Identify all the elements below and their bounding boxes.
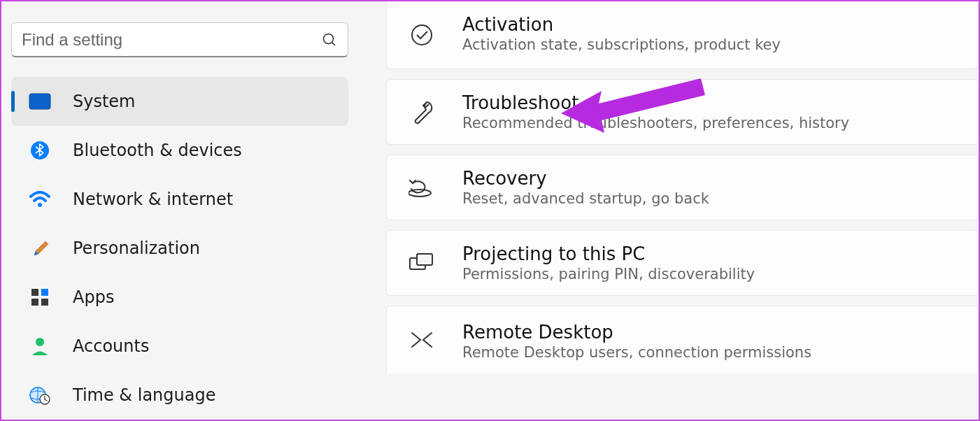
- recovery-icon: [406, 176, 437, 199]
- svg-rect-7: [41, 289, 48, 296]
- svg-rect-6: [31, 289, 38, 296]
- sidebar-item-bluetooth[interactable]: Bluetooth & devices: [11, 126, 348, 175]
- card-subtitle: Reset, advanced startup, go back: [462, 190, 709, 207]
- settings-sidebar: System Bluetooth & devices Network & int…: [1, 1, 358, 420]
- svg-line-1: [332, 42, 336, 45]
- sidebar-item-label: Accounts: [73, 336, 149, 356]
- card-activation[interactable]: Activation Activation state, subscriptio…: [386, 1, 979, 69]
- svg-rect-8: [31, 299, 38, 306]
- search-icon: [321, 31, 338, 48]
- card-title: Recovery: [462, 168, 709, 189]
- svg-rect-9: [41, 299, 48, 306]
- card-projecting[interactable]: Projecting to this PC Permissions, pairi…: [386, 230, 979, 296]
- sidebar-item-time-language[interactable]: Time & language: [11, 371, 348, 420]
- card-title: Activation: [462, 14, 781, 35]
- card-text: Recovery Reset, advanced startup, go bac…: [462, 168, 709, 207]
- card-title: Remote Desktop: [462, 322, 811, 343]
- card-title: Projecting to this PC: [462, 243, 755, 264]
- system-icon: [28, 93, 52, 110]
- bluetooth-icon: [28, 141, 52, 160]
- sidebar-item-label: Apps: [73, 287, 114, 307]
- svg-point-13: [412, 25, 432, 45]
- sidebar-item-apps[interactable]: Apps: [11, 273, 348, 322]
- sidebar-item-system[interactable]: System: [11, 77, 348, 126]
- card-subtitle: Recommended troubleshooters, preferences…: [462, 115, 849, 131]
- card-subtitle: Activation state, subscriptions, product…: [462, 36, 781, 53]
- sidebar-item-label: Bluetooth & devices: [73, 141, 242, 160]
- wifi-icon: [28, 191, 52, 208]
- account-icon: [28, 336, 52, 356]
- wrench-icon: [406, 99, 437, 124]
- apps-icon: [28, 288, 52, 306]
- sidebar-item-label: Network & internet: [73, 190, 233, 209]
- card-remote-desktop[interactable]: Remote Desktop Remote Desktop users, con…: [386, 306, 979, 373]
- svg-point-0: [324, 34, 334, 43]
- card-recovery[interactable]: Recovery Reset, advanced startup, go bac…: [386, 155, 979, 220]
- sidebar-item-personalization[interactable]: Personalization: [11, 224, 348, 273]
- screens-icon: [406, 252, 437, 273]
- card-text: Remote Desktop Remote Desktop users, con…: [462, 319, 811, 361]
- card-text: Projecting to this PC Permissions, pairi…: [462, 243, 755, 283]
- sidebar-item-label: Time & language: [73, 385, 215, 405]
- sidebar-item-accounts[interactable]: Accounts: [11, 322, 348, 371]
- svg-point-5: [38, 203, 42, 207]
- settings-main-panel: Activation Activation state, subscriptio…: [358, 1, 979, 420]
- card-text: Activation Activation state, subscriptio…: [462, 14, 781, 56]
- card-subtitle: Permissions, pairing PIN, discoverabilit…: [462, 266, 755, 283]
- search-input-wrap[interactable]: [11, 22, 348, 57]
- svg-point-10: [36, 338, 44, 346]
- svg-rect-2: [29, 94, 50, 109]
- search-input[interactable]: [22, 30, 315, 50]
- sidebar-item-network[interactable]: Network & internet: [11, 175, 348, 224]
- clock-globe-icon: [28, 385, 52, 405]
- sidebar-item-label: Personalization: [73, 238, 200, 258]
- card-text: Troubleshoot Recommended troubleshooters…: [462, 92, 849, 131]
- paintbrush-icon: [28, 238, 52, 258]
- check-circle-icon: [406, 23, 437, 47]
- card-troubleshoot[interactable]: Troubleshoot Recommended troubleshooters…: [386, 79, 979, 145]
- remote-arrows-icon: [406, 329, 437, 351]
- sidebar-item-label: System: [73, 92, 136, 111]
- card-title: Troubleshoot: [462, 92, 849, 113]
- svg-rect-16: [417, 254, 432, 265]
- sidebar-nav: System Bluetooth & devices Network & int…: [11, 77, 348, 420]
- card-subtitle: Remote Desktop users, connection permiss…: [462, 344, 811, 361]
